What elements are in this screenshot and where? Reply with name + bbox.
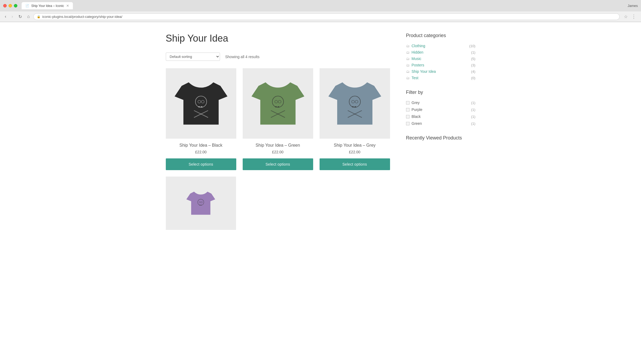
results-count: Showing all 4 results (225, 55, 259, 59)
filter-item: Grey (1) (406, 101, 475, 105)
filter-checkbox-green[interactable] (406, 122, 410, 125)
tshirt-purple-svg (175, 184, 226, 222)
list-item: 🗂 Music (5) (406, 57, 475, 61)
minimize-dot[interactable] (9, 4, 12, 7)
product-price: £22.00 (195, 150, 207, 154)
sidebar-count: (10) (469, 44, 475, 48)
folder-icon: 🗂 (406, 44, 410, 48)
product-image-purple[interactable] (166, 177, 236, 230)
filter-title: Filter by (406, 90, 475, 95)
sidebar-recently-viewed-section: Recently Viewed Products (406, 135, 475, 141)
filter-item: Green (1) (406, 121, 475, 126)
product-price: £22.00 (349, 150, 360, 154)
browser-nav: ‹ › ↻ ⌂ 🔒 iconic-plugins.local/product-c… (0, 11, 641, 22)
main-content: Ship Your Idea Default sorting Sort by p… (166, 33, 390, 234)
list-item: 🗂 Posters (3) (406, 63, 475, 67)
filter-checkbox-grey[interactable] (406, 101, 410, 105)
filter-count: (1) (471, 108, 475, 112)
svg-point-22 (199, 202, 201, 203)
filter-link-grey[interactable]: Grey (412, 101, 469, 105)
product-card: Ship Your Idea – Green £22.00 Select opt… (243, 68, 313, 170)
product-price: £22.00 (272, 150, 284, 154)
product-image-green[interactable] (243, 68, 313, 139)
menu-icon[interactable]: ⋮ (630, 13, 638, 20)
browser-chrome: 📄 Ship Your Idea – Iconic ✕ James ‹ › ↻ … (0, 0, 641, 22)
product-image-grey[interactable] (320, 68, 390, 139)
tshirt-grey-svg (320, 68, 390, 139)
recently-viewed-title: Recently Viewed Products (406, 135, 475, 141)
filter-count: (1) (471, 122, 475, 126)
product-name: Ship Your Idea – Green (255, 143, 300, 148)
sidebar-count: (1) (471, 50, 475, 54)
svg-rect-18 (354, 106, 356, 107)
svg-rect-10 (275, 106, 277, 107)
tab-close-button[interactable]: ✕ (66, 4, 69, 8)
product-card: Ship Your Idea – Black £22.00 Select opt… (166, 68, 236, 170)
browser-tab[interactable]: 📄 Ship Your Idea – Iconic ✕ (22, 2, 73, 9)
sorting-bar: Default sorting Sort by popularity Sort … (166, 53, 390, 61)
folder-icon: 🗂 (406, 50, 410, 54)
filter-checkbox-black[interactable] (406, 115, 410, 118)
product-card: Ship Your Idea – Grey £22.00 Select opti… (320, 68, 390, 170)
svg-point-1 (198, 100, 201, 103)
select-options-button-green[interactable]: Select options (243, 158, 313, 170)
folder-icon: 🗂 (406, 70, 410, 74)
home-button[interactable]: ⌂ (26, 14, 32, 19)
svg-point-2 (201, 100, 204, 103)
list-item: 🗂 Ship Your Idea (4) (406, 69, 475, 74)
filter-checkbox-purple[interactable] (406, 108, 410, 111)
maximize-dot[interactable] (14, 4, 17, 7)
bookmark-icon[interactable]: ☆ (624, 14, 628, 19)
svg-rect-17 (352, 106, 354, 107)
select-options-button-grey[interactable]: Select options (320, 158, 390, 170)
filter-link-green[interactable]: Green (412, 121, 469, 126)
forward-button[interactable]: › (10, 14, 14, 19)
filter-item: Black (1) (406, 114, 475, 119)
reload-button[interactable]: ↻ (17, 14, 23, 20)
sidebar-count: (4) (471, 70, 475, 74)
address-bar[interactable]: 🔒 iconic-plugins.local/product-category/… (33, 13, 620, 20)
tab-title: Ship Your Idea – Iconic (31, 4, 64, 8)
product-grid: Ship Your Idea – Black £22.00 Select opt… (166, 68, 390, 170)
select-options-button-black[interactable]: Select options (166, 158, 236, 170)
svg-rect-11 (277, 106, 279, 107)
partial-row (166, 177, 390, 234)
filter-link-purple[interactable]: Purple (412, 107, 469, 112)
svg-rect-25 (201, 205, 202, 205)
filter-list: Grey (1) Purple (1) Black (1) Green (1) (406, 101, 475, 126)
folder-icon: 🗂 (406, 76, 410, 80)
sidebar-item-ship-your-idea[interactable]: Ship Your Idea (412, 69, 469, 74)
categories-list: 🗂 Clothing (10) 🗂 Hidden (1) 🗂 Music (5)… (406, 44, 475, 80)
svg-point-15 (352, 100, 355, 103)
tab-icon: 📄 (25, 4, 29, 7)
product-name: Ship Your Idea – Grey (334, 143, 376, 148)
sidebar-item-test[interactable]: Test (412, 76, 469, 80)
sidebar-filter-section: Filter by Grey (1) Purple (1) Black (1) (406, 90, 475, 126)
sidebar-item-hidden[interactable]: Hidden (412, 50, 469, 54)
list-item: 🗂 Clothing (10) (406, 44, 475, 48)
folder-icon: 🗂 (406, 63, 410, 67)
sidebar-item-posters[interactable]: Posters (412, 63, 469, 67)
product-card-partial (166, 177, 236, 234)
lock-icon: 🔒 (37, 15, 41, 18)
list-item: 🗂 Hidden (1) (406, 50, 475, 54)
filter-item: Purple (1) (406, 107, 475, 112)
sidebar-categories-section: Product categories 🗂 Clothing (10) 🗂 Hid… (406, 33, 475, 80)
list-item: 🗂 Test (0) (406, 76, 475, 80)
tshirt-black-svg (166, 68, 236, 139)
back-button[interactable]: ‹ (3, 14, 8, 19)
filter-count: (1) (471, 101, 475, 105)
svg-point-9 (278, 100, 281, 103)
sort-select[interactable]: Default sorting Sort by popularity Sort … (166, 53, 220, 61)
sidebar-item-clothing[interactable]: Clothing (412, 44, 467, 48)
filter-count: (1) (471, 115, 475, 119)
svg-rect-24 (199, 205, 200, 205)
filter-link-black[interactable]: Black (412, 114, 469, 119)
tshirt-green-svg (243, 68, 313, 139)
close-dot[interactable] (3, 4, 7, 7)
product-image-black[interactable] (166, 68, 236, 139)
sidebar-item-music[interactable]: Music (412, 57, 469, 61)
svg-point-16 (355, 100, 358, 103)
browser-titlebar: 📄 Ship Your Idea – Iconic ✕ James (0, 0, 641, 11)
window-controls (3, 4, 17, 7)
